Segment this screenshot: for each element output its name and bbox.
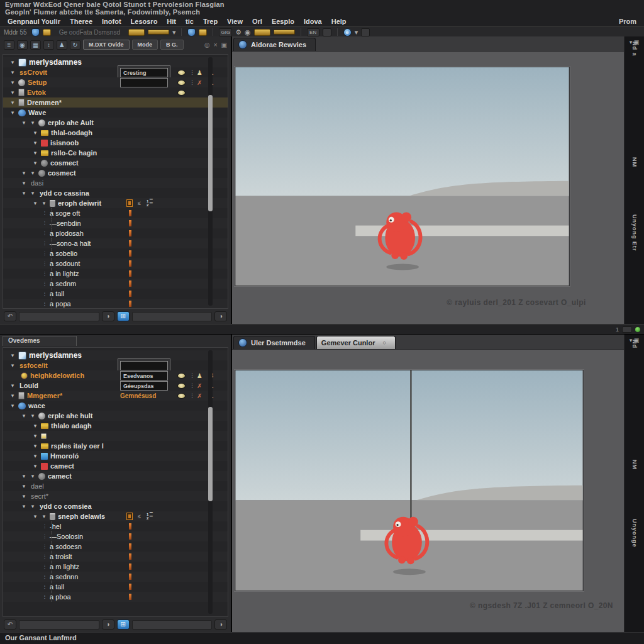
tree-toolbar-button-1[interactable]: Mode [132, 40, 158, 50]
shield-icon[interactable] [31, 28, 40, 36]
filter2-icon[interactable]: ◑ [214, 619, 227, 630]
tree-row[interactable]: ⋮a popa [3, 299, 228, 309]
eye-icon[interactable] [177, 90, 186, 96]
expand-arrow-icon[interactable]: ▾ [8, 382, 17, 389]
tree-scrollbar[interactable] [208, 57, 213, 306]
expand-arrow-icon[interactable]: ▾ [31, 160, 40, 166]
gold-bar-icon[interactable] [128, 29, 145, 36]
tree-row-input[interactable] [120, 361, 168, 370]
close-icon[interactable]: × [214, 42, 218, 48]
add-button[interactable]: ⊞ [117, 311, 130, 321]
undo-icon[interactable]: ↶ [4, 619, 16, 630]
expand-arrow-icon[interactable]: ▾ [31, 140, 40, 146]
tree-row[interactable]: ▾Setup⋮✗1 [3, 77, 228, 87]
caret-icon[interactable]: ▾ [355, 28, 358, 36]
expand-arrow-icon[interactable]: ▾ [28, 503, 37, 509]
tree-row[interactable]: heighkdelowtichEsedvanos⋮♟3 [3, 370, 228, 380]
expand-arrow-icon[interactable]: ▾ [40, 200, 48, 206]
search-input-2[interactable] [132, 620, 213, 630]
expand-arrow-icon[interactable]: ▾ [31, 453, 40, 459]
expand-arrow-icon[interactable]: ▾ [28, 119, 37, 126]
gold-tool-icon[interactable] [43, 29, 51, 36]
expand-arrow-icon[interactable]: ▾ [19, 413, 28, 419]
expand-arrow-icon[interactable]: ▾ [28, 473, 37, 479]
expand-arrow-icon[interactable]: ▾ [31, 443, 40, 449]
expand-arrow-icon[interactable]: ▾ [31, 463, 40, 469]
menu-item-7[interactable]: View [227, 18, 243, 25]
search-input-2[interactable] [132, 312, 213, 321]
undo-icon[interactable]: ↶ [4, 311, 16, 321]
tree-row[interactable]: ▾isisnoob [3, 138, 228, 148]
tree-row[interactable]: ⋮a sodount [3, 258, 228, 269]
tree-row[interactable]: ⋮a troislt [3, 552, 228, 562]
menu-item-8[interactable]: Orl [252, 18, 262, 25]
tree-row[interactable]: ▾merlysdamnes [3, 350, 228, 360]
expand-arrow-icon[interactable]: ▾ [8, 79, 17, 86]
menu-item-9[interactable]: Eesplo [272, 18, 294, 25]
layout-icon[interactable] [622, 326, 632, 333]
eye-icon[interactable] [177, 373, 186, 379]
viewport-tab-1[interactable]: Gemever Cunlor○ [316, 336, 396, 349]
menu-item-0[interactable]: Genpnaul Youlir [8, 18, 60, 25]
expand-arrow-icon[interactable]: ▾ [31, 423, 40, 429]
tree-row[interactable]: ⋮—sono-a halt [3, 238, 228, 248]
tree-row[interactable]: ⋮—Soolosin [3, 531, 228, 541]
add-button[interactable]: ⊞ [117, 619, 130, 630]
expand-arrow-icon[interactable]: ▾ [19, 170, 28, 176]
viewport-tab-0[interactable]: Aidorae Rewvies [233, 38, 316, 51]
menu-item-6[interactable]: Trep [203, 18, 218, 25]
box-icon[interactable]: ▣ [221, 42, 227, 48]
gold-tool-icon[interactable] [199, 29, 207, 36]
tree-row[interactable]: ▾dael [3, 481, 228, 491]
target-icon[interactable]: ◎ [204, 42, 210, 48]
person-icon[interactable]: ♟ [57, 40, 67, 50]
gear-icon[interactable]: ⚙ [235, 28, 242, 36]
toolbar-button-GIG[interactable]: GIG [219, 28, 232, 36]
expand-arrow-icon[interactable]: ▾ [31, 200, 40, 206]
expand-arrow-icon[interactable]: ▾ [31, 130, 40, 136]
expand-arrow-icon[interactable]: ▾ [40, 513, 48, 519]
tree-row[interactable]: ▾▾eroph deiwrit≤1 ▔2 ▔ [3, 198, 228, 208]
tree-row[interactable]: ⋮a m lightz [3, 562, 228, 572]
tree-row[interactable]: ▾merlysdamnes [3, 57, 228, 67]
gold-tool-wide-icon[interactable] [274, 30, 295, 35]
tree-row[interactable]: ▾▾sneph delawls≤1 ▔2 ▔ [3, 511, 228, 521]
tree-scrollbar-thumb[interactable] [208, 95, 213, 211]
filter-icon[interactable]: ◑ [102, 619, 114, 630]
orb-icon[interactable]: ◉ [17, 40, 28, 50]
expand-arrow-icon[interactable]: ▾ [8, 59, 17, 65]
expand-arrow-icon[interactable]: ▾ [31, 513, 40, 519]
expand-arrow-icon[interactable]: ▾ [8, 89, 17, 96]
refresh-icon[interactable]: ↻ [70, 40, 80, 50]
gold-bar-icon[interactable] [254, 29, 270, 36]
viewport-tab-0[interactable]: Uler Dsetmmdse [233, 336, 315, 349]
tree-row[interactable]: ▾▾erplo ahe Ault [3, 118, 228, 128]
tree-row[interactable]: ▾Dremmen* [3, 97, 228, 108]
expand-arrow-icon[interactable]: ▾ [19, 493, 28, 499]
pane-divider[interactable]: 1 [0, 324, 644, 335]
expand-arrow-icon[interactable]: ▾ [28, 170, 37, 176]
tree-row[interactable]: ⋮a sobelio [3, 248, 228, 258]
layers-icon[interactable]: ≡ [4, 40, 14, 50]
tree-row-input[interactable]: Esedvanos [120, 371, 168, 380]
filter-icon[interactable]: ◑ [102, 311, 114, 321]
menu-item-1[interactable]: Theree [70, 18, 92, 25]
tree-row[interactable]: ▾Mmgemer*Gemnésusd⋮✗1 [3, 391, 228, 401]
tree-row[interactable]: ▾▾ydd co cassina [3, 188, 228, 198]
tree-row[interactable]: ⋮-hel [3, 521, 228, 531]
menu-item-11[interactable]: Help [331, 18, 347, 25]
tree-row-input[interactable]: Cresting [120, 68, 168, 77]
eye-icon[interactable] [177, 383, 186, 389]
gold-tool-wide-icon[interactable] [148, 30, 169, 35]
expand-arrow-icon[interactable]: ▾ [8, 392, 17, 399]
caret-icon[interactable]: ▾ [172, 28, 176, 36]
menu-item-2[interactable]: Inofot [102, 18, 121, 25]
tree-row[interactable]: ▾▾ydd co comsiea [3, 501, 228, 511]
expand-arrow-icon[interactable]: ▾ [19, 119, 28, 126]
tree-row[interactable]: ▾ssfoce/it [3, 360, 228, 370]
tree-row[interactable]: ⋮a pboa [3, 592, 228, 602]
tree-row[interactable]: ⋮a tall [3, 289, 228, 299]
expand-arrow-icon[interactable]: ▾ [19, 190, 28, 196]
tree-scrollbar[interactable] [208, 350, 213, 614]
side-tab-label-2[interactable]: Unyonge [631, 519, 638, 548]
